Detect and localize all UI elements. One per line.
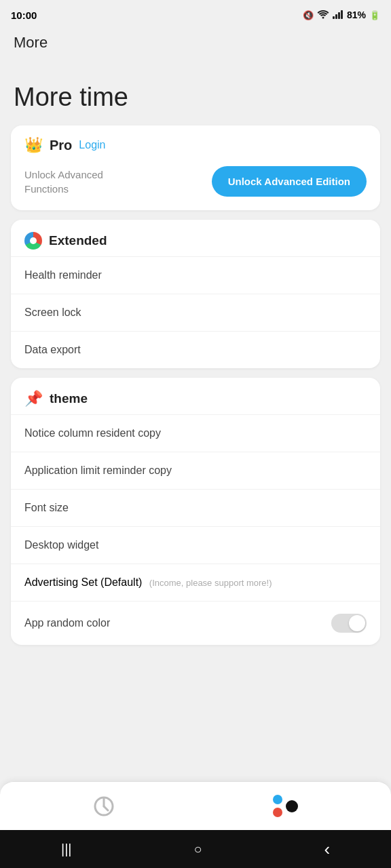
screen-lock-item[interactable]: Screen lock bbox=[11, 294, 380, 331]
status-icons: 🔇 81% 🔋 bbox=[303, 9, 380, 21]
advertising-set-sub: (Income, please support more!) bbox=[149, 578, 272, 588]
toggle-knob bbox=[349, 615, 365, 631]
app-random-color-label: App random color bbox=[24, 617, 110, 629]
battery-icon: 🔋 bbox=[369, 10, 380, 20]
battery-label: 81% bbox=[347, 9, 366, 20]
extended-icon bbox=[24, 232, 42, 250]
theme-section-header: 📌 theme bbox=[11, 378, 380, 414]
app-random-color-toggle[interactable] bbox=[331, 614, 367, 633]
recent-apps-button[interactable]: ||| bbox=[54, 835, 79, 864]
app-limit-reminder-item[interactable]: Application limit reminder copy bbox=[11, 452, 380, 489]
data-export-item[interactable]: Data export bbox=[11, 331, 380, 368]
font-size-item[interactable]: Font size bbox=[11, 489, 380, 526]
mute-icon: 🔇 bbox=[303, 10, 314, 20]
health-reminder-item[interactable]: Health reminder bbox=[11, 256, 380, 294]
pro-card: 👑 Pro Login Unlock Advanced Functions Un… bbox=[11, 125, 380, 210]
bottom-nav bbox=[0, 781, 391, 830]
font-size-label: Font size bbox=[24, 502, 69, 514]
page-header: More bbox=[0, 27, 391, 56]
system-nav-bar: ||| ○ ‹ bbox=[0, 830, 391, 868]
pro-description: Unlock Advanced Functions bbox=[24, 167, 147, 196]
home-button[interactable]: ○ bbox=[187, 835, 208, 864]
svg-rect-4 bbox=[341, 10, 343, 19]
svg-rect-2 bbox=[335, 14, 337, 19]
svg-rect-1 bbox=[333, 16, 335, 19]
nav-usage-icon[interactable] bbox=[93, 795, 115, 817]
wifi-icon bbox=[317, 9, 329, 21]
advertising-set-label: Advertising Set (Default) (Income, pleas… bbox=[24, 576, 272, 589]
theme-icon: 📌 bbox=[24, 390, 43, 408]
pro-header: 👑 Pro Login bbox=[11, 125, 380, 161]
dots-group bbox=[273, 795, 298, 817]
svg-rect-3 bbox=[338, 12, 340, 19]
data-export-label: Data export bbox=[24, 344, 81, 356]
health-reminder-label: Health reminder bbox=[24, 269, 102, 281]
status-bar: 10:00 🔇 81% 🔋 bbox=[0, 0, 391, 27]
main-content: More time 👑 Pro Login Unlock Advanced Fu… bbox=[0, 56, 391, 781]
unlock-advanced-button[interactable]: Unlock Advanced Edition bbox=[212, 166, 367, 197]
nav-apps-icon[interactable] bbox=[273, 795, 298, 817]
notice-column-label: Notice column resident copy bbox=[24, 427, 161, 439]
extended-card: Extended Health reminder Screen lock Dat… bbox=[11, 220, 380, 368]
main-title: More time bbox=[14, 83, 377, 112]
pro-body: Unlock Advanced Functions Unlock Advance… bbox=[11, 161, 380, 210]
status-time: 10:00 bbox=[11, 9, 37, 21]
svg-point-0 bbox=[322, 16, 324, 18]
extended-section-header: Extended bbox=[11, 220, 380, 256]
extended-title: Extended bbox=[49, 233, 107, 248]
notice-column-item[interactable]: Notice column resident copy bbox=[11, 414, 380, 452]
pro-label: Pro bbox=[50, 138, 72, 153]
signal-icon bbox=[333, 9, 343, 21]
app-limit-reminder-label: Application limit reminder copy bbox=[24, 465, 172, 477]
back-button[interactable]: ‹ bbox=[317, 832, 337, 867]
crown-icon: 👑 bbox=[24, 136, 43, 154]
screen-lock-label: Screen lock bbox=[24, 307, 81, 319]
app-random-color-item[interactable]: App random color bbox=[11, 601, 380, 645]
advertising-set-item[interactable]: Advertising Set (Default) (Income, pleas… bbox=[11, 564, 380, 601]
login-button[interactable]: Login bbox=[79, 139, 105, 151]
page-header-title: More bbox=[14, 34, 48, 51]
desktop-widget-label: Desktop widget bbox=[24, 539, 98, 551]
theme-title: theme bbox=[50, 391, 88, 406]
theme-card: 📌 theme Notice column resident copy Appl… bbox=[11, 378, 380, 645]
desktop-widget-item[interactable]: Desktop widget bbox=[11, 526, 380, 564]
